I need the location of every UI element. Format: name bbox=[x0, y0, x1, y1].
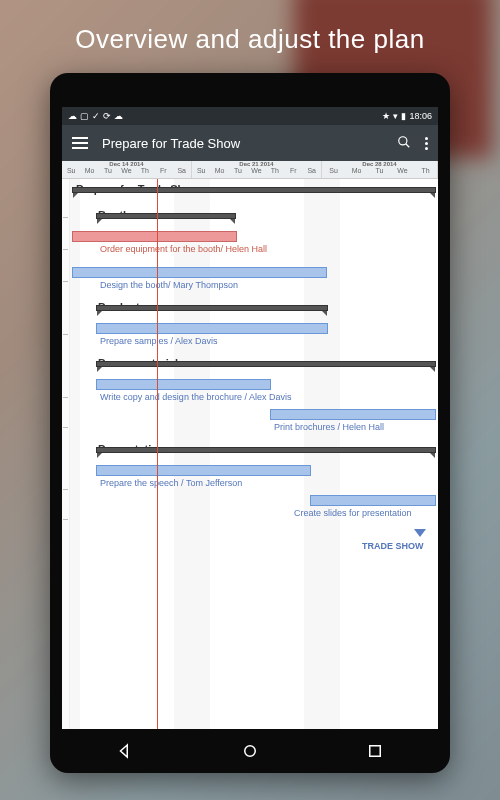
task-label[interactable]: Write copy and design the brochure / Ale… bbox=[100, 392, 291, 402]
task-bar[interactable] bbox=[72, 267, 327, 278]
promo-heading: Overview and adjust the plan bbox=[0, 0, 500, 73]
home-icon[interactable] bbox=[241, 742, 259, 760]
task-label[interactable]: Print brochures / Helen Hall bbox=[274, 422, 384, 432]
task-label[interactable]: Prepare the speech / Tom Jefferson bbox=[100, 478, 242, 488]
sync-icon: ⟳ bbox=[103, 111, 111, 121]
summary-bar[interactable] bbox=[96, 361, 436, 367]
milestone-label[interactable]: TRADE SHOW bbox=[362, 541, 424, 551]
summary-bar[interactable] bbox=[96, 305, 328, 311]
task-bar[interactable] bbox=[96, 465, 311, 476]
wifi-icon: ▾ bbox=[393, 111, 398, 121]
svg-line-1 bbox=[406, 143, 410, 147]
task-label[interactable]: Design the booth/ Mary Thompson bbox=[100, 280, 238, 290]
battery-icon: ▮ bbox=[401, 111, 406, 121]
search-icon[interactable] bbox=[397, 135, 411, 152]
task-label[interactable]: Order equipment for the booth/ Helen Hal… bbox=[100, 244, 267, 254]
cloud-icon: ☁ bbox=[68, 111, 77, 121]
task-bar[interactable] bbox=[72, 231, 237, 242]
recent-icon[interactable] bbox=[366, 742, 384, 760]
outline-gutter bbox=[62, 179, 70, 729]
cloud-icon: ☁ bbox=[114, 111, 123, 121]
svg-point-0 bbox=[399, 136, 407, 144]
svg-point-2 bbox=[245, 746, 256, 757]
svg-rect-3 bbox=[370, 746, 381, 757]
timeline-header[interactable]: Dec 14 2014SuMoTuWeThFrSa Dec 21 2014SuM… bbox=[62, 161, 438, 179]
task-label[interactable]: Create slides for presentation bbox=[294, 508, 412, 518]
status-bar: ☁ ▢ ✓ ⟳ ☁ ★ ▾ ▮ 18:06 bbox=[62, 107, 438, 125]
task-bar[interactable] bbox=[310, 495, 436, 506]
page-title: Prepare for Trade Show bbox=[102, 136, 383, 151]
gantt-chart[interactable]: Prepare for Trade Show Booth Order equip… bbox=[62, 179, 438, 729]
task-label[interactable]: Prepare samples / Alex Davis bbox=[100, 336, 218, 346]
milestone-icon[interactable] bbox=[414, 529, 426, 537]
summary-bar[interactable] bbox=[96, 447, 436, 453]
tablet-frame: ☁ ▢ ✓ ⟳ ☁ ★ ▾ ▮ 18:06 Prepare for Trade … bbox=[50, 73, 450, 773]
star-icon: ★ bbox=[382, 111, 390, 121]
back-icon[interactable] bbox=[116, 742, 134, 760]
summary-bar[interactable] bbox=[96, 213, 236, 219]
task-bar[interactable] bbox=[270, 409, 436, 420]
screen: ☁ ▢ ✓ ⟳ ☁ ★ ▾ ▮ 18:06 Prepare for Trade … bbox=[62, 107, 438, 729]
menu-icon[interactable] bbox=[72, 134, 88, 152]
clock: 18:06 bbox=[409, 111, 432, 121]
overflow-icon[interactable] bbox=[425, 137, 428, 150]
task-bar[interactable] bbox=[96, 379, 271, 390]
android-nav-bar bbox=[62, 733, 438, 769]
today-line bbox=[157, 179, 158, 729]
summary-bar[interactable] bbox=[72, 187, 436, 193]
photo-icon: ▢ bbox=[80, 111, 89, 121]
task-bar[interactable] bbox=[96, 323, 328, 334]
check-icon: ✓ bbox=[92, 111, 100, 121]
app-bar: Prepare for Trade Show bbox=[62, 125, 438, 161]
